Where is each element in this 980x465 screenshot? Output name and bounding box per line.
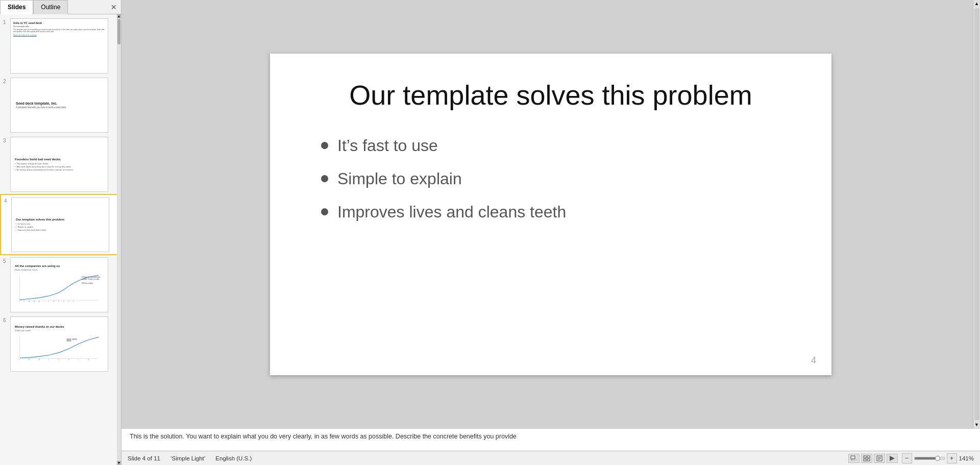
slide-thumb-4[interactable]: Our template solves this problem •It's f… — [11, 197, 109, 252]
view-slide-sorter-icon[interactable] — [861, 454, 872, 463]
view-presentation-icon[interactable] — [887, 454, 898, 463]
thumb1-link: Watch this video for an overview — [13, 34, 105, 36]
slide-item-1[interactable]: 1 Intro to YC seed deck Not a template s… — [0, 16, 121, 76]
zoom-slider[interactable] — [914, 457, 945, 460]
svg-text:M: M — [88, 359, 89, 361]
app-container: Slides Outline ✕ 1 Intro to YC seed deck… — [0, 0, 980, 465]
slide-number-3: 3 — [3, 138, 10, 143]
slide-thumb-5[interactable]: All the companies are using us Decks cre… — [10, 257, 108, 312]
thumb6-chart: $200k, $400k, $600k J M M J S N J M — [15, 333, 104, 361]
slide-thumb-1[interactable]: Intro to YC seed deck Not a template sli… — [10, 18, 108, 74]
svg-text:F: F — [23, 301, 24, 303]
slide-bullet-2-text: Simple to explain — [337, 169, 462, 188]
bullet-dot-3 — [321, 208, 328, 215]
thumb1-title: Intro to YC seed deck — [13, 21, 105, 25]
slide-panel: Slides Outline ✕ 1 Intro to YC seed deck… — [0, 0, 121, 465]
slide-number-5: 5 — [3, 258, 10, 264]
view-icons — [848, 454, 898, 463]
slide-panel-inner: 1 Intro to YC seed deck Not a template s… — [0, 14, 121, 376]
thumb3-item-1: •This wastes a huge amount of time — [15, 162, 104, 165]
slide-bullet-1-text: It’s fast to use — [337, 136, 438, 155]
svg-text:J: J — [19, 359, 20, 361]
slide-page-number: 4 — [811, 355, 816, 366]
right-scroll-thumb — [974, 8, 979, 420]
svg-text:J: J — [19, 301, 20, 303]
slide-canvas-area: Our template solves this problem It’s fa… — [121, 0, 980, 428]
svg-marker-40 — [890, 456, 895, 461]
thumb1-subtitle: Not a template slide — [13, 26, 105, 28]
language: English (U.S.) — [215, 455, 252, 461]
svg-text:M: M — [29, 301, 30, 303]
svg-text:J: J — [48, 359, 50, 361]
slide-item-6[interactable]: 6 Money raised thanks to our decks Dolla… — [0, 314, 121, 374]
svg-rect-35 — [867, 459, 870, 461]
thumb4-item-3: •Improves lives and cleans teeth — [16, 229, 105, 231]
slide-thumb-3[interactable]: Founders build bad seed decks •This wast… — [10, 137, 108, 192]
panel-scroll-up[interactable]: ▲ — [117, 14, 121, 18]
slide-main: Our template solves this problem It’s fa… — [121, 0, 980, 465]
svg-text:M: M — [38, 359, 40, 361]
svg-text:month. Every month.: month. Every month. — [82, 278, 100, 280]
panel-scroll-down[interactable]: ▼ — [117, 461, 121, 465]
svg-text:J: J — [43, 301, 44, 303]
thumb2-sub: A template that tells you how to build a… — [16, 106, 103, 109]
right-scrollbar[interactable]: ▲ ▼ — [973, 0, 980, 428]
thumb3-title: Founders build bad seed decks — [15, 158, 104, 161]
status-bar: Slide 4 of 11 ‘Simple Light’ English (U.… — [121, 451, 980, 465]
svg-text:D: D — [73, 301, 74, 303]
zoom-out-button[interactable]: − — [902, 453, 912, 463]
svg-text:O: O — [63, 301, 65, 303]
panel-close-button[interactable]: ✕ — [107, 1, 121, 13]
slide-number-4: 4 — [4, 198, 11, 204]
svg-text:A: A — [53, 301, 54, 303]
scroll-down-arrow[interactable]: ▼ — [973, 421, 980, 428]
bullet-dot-2 — [321, 175, 328, 182]
tab-slides[interactable]: Slides — [0, 0, 33, 14]
thumb6-title: Money raised thanks to our decks — [15, 325, 104, 328]
zoom-in-button[interactable]: + — [947, 453, 957, 463]
slide-bullet-2: Simple to explain — [321, 169, 801, 188]
thumb5-title: All the companies are using us — [15, 264, 104, 267]
svg-text:S: S — [58, 359, 59, 361]
svg-rect-31 — [853, 459, 857, 460]
svg-text:N: N — [68, 301, 69, 303]
slide-item-3[interactable]: 3 Founders build bad seed decks •This wa… — [0, 135, 121, 194]
slide-thumb-2[interactable]: Seed deck template, Inc. A template that… — [10, 78, 108, 133]
thumb4-item-1: •It's fast to use — [16, 223, 105, 225]
zoom-controls: − + 141% — [902, 453, 974, 463]
svg-text:S: S — [58, 301, 59, 303]
view-reading-icon[interactable] — [874, 454, 885, 463]
slide-info: Slide 4 of 11 — [128, 455, 160, 461]
panel-scroll-thumb — [117, 19, 120, 44]
thumb4-item-2: •Simple to explain — [16, 226, 105, 228]
thumb1-body: This template gives you everything you n… — [13, 29, 105, 33]
slide-item-2[interactable]: 2 Seed deck template, Inc. A template th… — [0, 76, 121, 135]
slide-canvas: Our template solves this problem It’s fa… — [270, 54, 831, 375]
slide-bullet-1: It’s fast to use — [321, 136, 801, 155]
slide-item-5[interactable]: 5 All the companies are using us Decks c… — [0, 255, 121, 314]
zoom-level: 141% — [959, 455, 974, 461]
thumb3-item-3: •No money means companies are forced to … — [15, 168, 104, 171]
slide-item-4[interactable]: 4 Our template solves this problem •It's… — [0, 194, 121, 255]
scroll-up-arrow[interactable]: ▲ — [973, 0, 980, 7]
view-normal-icon[interactable] — [848, 454, 860, 463]
thumb5-chart: 50 big companies per month. Every month.… — [15, 273, 104, 303]
tab-outline[interactable]: Outline — [33, 0, 68, 14]
tabs-bar: Slides Outline ✕ — [0, 0, 121, 14]
slide-bullets: It’s fast to use Simple to explain Impro… — [321, 136, 801, 222]
svg-rect-32 — [864, 456, 866, 458]
slide-bullet-3-text: Improves lives and cleans teeth — [337, 203, 566, 222]
svg-text:J: J — [78, 359, 79, 361]
thumb6-subtitle: Dollars per month — [15, 329, 104, 332]
bullet-dot-1 — [321, 142, 328, 149]
slide-thumb-6[interactable]: Money raised thanks to our decks Dollars… — [10, 316, 108, 372]
svg-rect-34 — [864, 459, 866, 461]
theme-name: ‘Simple Light’ — [170, 455, 205, 461]
notes-area: This is the solution. You want to explai… — [121, 428, 980, 451]
zoom-slider-thumb[interactable] — [935, 456, 940, 461]
panel-scrollbar[interactable]: ▲ ▼ — [117, 14, 121, 465]
slide-number-2: 2 — [3, 79, 10, 84]
slide-bullet-3: Improves lives and cleans teeth — [321, 203, 801, 222]
svg-text:M: M — [38, 301, 40, 303]
svg-text:150 founders: 150 founders — [82, 282, 93, 284]
